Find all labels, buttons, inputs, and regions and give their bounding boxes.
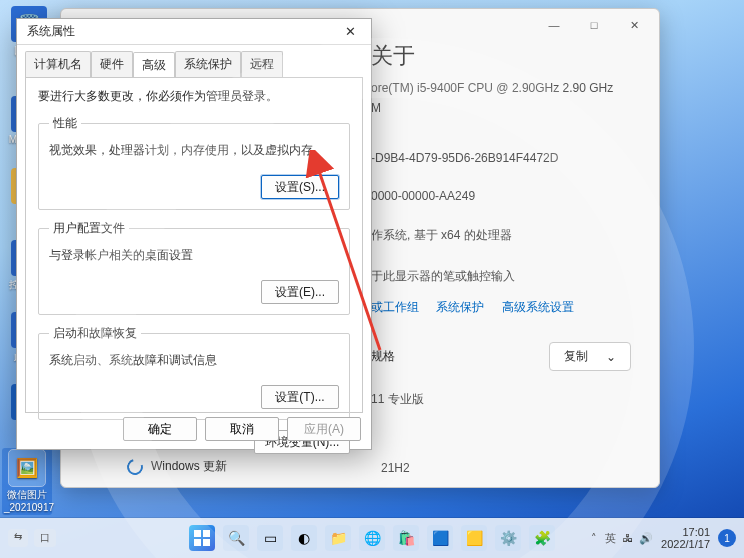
- svg-rect-1: [194, 530, 201, 537]
- sysprop-tabs: 计算机名 硬件 高级 系统保护 远程: [17, 45, 371, 77]
- user-profile-settings-button[interactable]: 设置(E)...: [261, 280, 339, 304]
- about-pen: 于此显示器的笔或触控输入: [371, 268, 631, 285]
- start-button[interactable]: [189, 525, 215, 551]
- sysprop-tabpanel-advanced: 要进行大多数更改，你必须作为管理员登录。 性能 视觉效果，处理器计划，内存使用，…: [25, 77, 363, 413]
- admin-hint: 要进行大多数更改，你必须作为管理员登录。: [38, 88, 350, 105]
- group-user-profile-legend: 用户配置文件: [49, 220, 129, 237]
- taskbar-store[interactable]: 🛍️: [393, 525, 419, 551]
- volume-icon: 🔊: [639, 532, 653, 545]
- taskbar-edge[interactable]: 🌐: [359, 525, 385, 551]
- windows-logo-icon: [194, 530, 210, 546]
- tray-chevron-icon[interactable]: ˄: [591, 532, 597, 545]
- apply-button[interactable]: 应用(A): [287, 417, 361, 441]
- about-productid: 0000-00000-AA249: [371, 189, 631, 203]
- tab-system-protection[interactable]: 系统保护: [175, 51, 241, 77]
- taskbar-app3[interactable]: 🧩: [529, 525, 555, 551]
- tray-ime[interactable]: 英 🖧 🔊: [605, 531, 653, 546]
- about-edition: 11 专业版: [371, 391, 631, 408]
- about-cpu: ore(TM) i5-9400F CPU @ 2.90GHz 2.90 GHz: [371, 81, 631, 95]
- network-icon: 🖧: [622, 532, 633, 544]
- group-user-profile: 用户配置文件 与登录帐户相关的桌面设置 设置(E)...: [38, 220, 350, 315]
- taskbar-widgets[interactable]: ◐: [291, 525, 317, 551]
- svg-rect-3: [194, 539, 201, 546]
- desktop-icon-image[interactable]: 🖼️微信图片_20210917: [2, 448, 52, 515]
- settings-close-button[interactable]: ✕: [615, 11, 653, 39]
- desktop: 🗑️回收站 🌐Microsoft Edge 📁文档 ⚙️控制面板 🖥️此电脑 ⚙…: [0, 0, 744, 558]
- taskbar-settings[interactable]: ⚙️: [495, 525, 521, 551]
- about-heading: 关于: [371, 41, 631, 71]
- group-performance: 性能 视觉效果，处理器计划，内存使用，以及虚拟内存 设置(S)...: [38, 115, 350, 210]
- tray-clock[interactable]: 17:01 2022/1/17: [661, 526, 710, 550]
- sysprop-dialog-buttons: 确定 取消 应用(A): [123, 417, 361, 441]
- about-arch: 作系统, 基于 x64 的处理器: [371, 227, 631, 244]
- group-performance-legend: 性能: [49, 115, 81, 132]
- taskbar-app2[interactable]: 🟨: [461, 525, 487, 551]
- link-workgroup[interactable]: 或工作组: [371, 300, 419, 314]
- ok-button[interactable]: 确定: [123, 417, 197, 441]
- tab-remote[interactable]: 远程: [241, 51, 283, 77]
- settings-maximize-button[interactable]: □: [575, 11, 613, 39]
- spec-label: 规格: [371, 348, 395, 365]
- update-icon: [124, 456, 146, 478]
- group-performance-desc: 视觉效果，处理器计划，内存使用，以及虚拟内存: [49, 142, 339, 159]
- group-startup-desc: 系统启动、系统故障和调试信息: [49, 352, 339, 369]
- tab-computer-name[interactable]: 计算机名: [25, 51, 91, 77]
- system-properties-dialog: 系统属性 ✕ 计算机名 硬件 高级 系统保护 远程 要进行大多数更改，你必须作为…: [16, 18, 372, 450]
- link-system-protection[interactable]: 系统保护: [436, 300, 484, 314]
- group-startup-legend: 启动和故障恢复: [49, 325, 141, 342]
- startup-settings-button[interactable]: 设置(T)...: [261, 385, 339, 409]
- link-advanced-system[interactable]: 高级系统设置: [502, 300, 574, 314]
- taskbar-chip-2[interactable]: 口: [34, 529, 56, 547]
- performance-settings-button[interactable]: 设置(S)...: [261, 175, 339, 199]
- taskbar: ⇆ 口 🔍 ▭ ◐ 📁 🌐 🛍️ 🟦 🟨 ⚙️ 🧩 ˄ 英 🖧 🔊: [0, 518, 744, 558]
- tab-advanced[interactable]: 高级: [133, 52, 175, 78]
- group-startup-recovery: 启动和故障恢复 系统启动、系统故障和调试信息 设置(T)...: [38, 325, 350, 420]
- settings-minimize-button[interactable]: —: [535, 11, 573, 39]
- about-deviceid: -D9B4-4D79-95D6-26B914F4472D: [371, 151, 631, 165]
- taskbar-explorer[interactable]: 📁: [325, 525, 351, 551]
- copy-specs-button[interactable]: 复制 ⌄: [549, 342, 631, 371]
- svg-rect-2: [203, 530, 210, 537]
- taskbar-chip-1[interactable]: ⇆: [8, 529, 28, 547]
- group-user-profile-desc: 与登录帐户相关的桌面设置: [49, 247, 339, 264]
- about-ram: M: [371, 101, 631, 115]
- cancel-button[interactable]: 取消: [205, 417, 279, 441]
- about-links: 或工作组 系统保护 高级系统设置: [371, 299, 631, 316]
- sidebar-item-windows-update[interactable]: Windows 更新: [127, 458, 227, 475]
- about-version: 21H2: [381, 461, 410, 475]
- svg-rect-4: [203, 539, 210, 546]
- taskbar-taskview[interactable]: ▭: [257, 525, 283, 551]
- taskbar-left: ⇆ 口: [8, 529, 56, 547]
- taskbar-search[interactable]: 🔍: [223, 525, 249, 551]
- tab-hardware[interactable]: 硬件: [91, 51, 133, 77]
- taskbar-center: 🔍 ▭ ◐ 📁 🌐 🛍️ 🟦 🟨 ⚙️ 🧩: [189, 525, 555, 551]
- taskbar-app1[interactable]: 🟦: [427, 525, 453, 551]
- chevron-down-icon: ⌄: [606, 350, 616, 364]
- sysprop-close-button[interactable]: ✕: [335, 21, 365, 43]
- system-tray: ˄ 英 🖧 🔊 17:01 2022/1/17 1: [591, 518, 736, 558]
- sysprop-titlebar: 系统属性 ✕: [17, 19, 371, 45]
- tray-notification-badge[interactable]: 1: [718, 529, 736, 547]
- sysprop-title: 系统属性: [27, 23, 75, 40]
